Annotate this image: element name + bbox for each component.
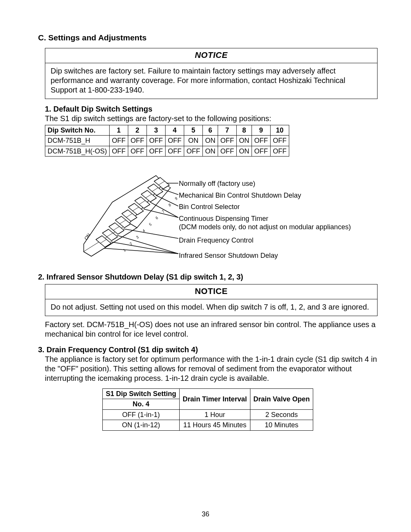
callout-infrared-delay: Infrared Sensor Shutdown Delay (179, 251, 351, 260)
dip-cell: OFF (110, 136, 128, 146)
notice-body-1: Dip switches are factory set. Failure to… (45, 63, 377, 99)
table-row: DCM-751B_H OFF OFF OFF OFF ON ON OFF ON … (45, 136, 289, 146)
callout-cont-dispense-note: (DCM models only, do not adjust on modul… (179, 223, 351, 232)
dip-col-2: 2 (128, 125, 147, 136)
dip-cell: OFF (110, 146, 128, 157)
drain-cell: ON (1-in-12) (103, 420, 180, 431)
subheading-drain-freq: 3. Drain Frequency Control (S1 dip switc… (38, 345, 378, 355)
drain-head-interval: Drain Timer Interval (180, 388, 250, 409)
callout-normally-off: Normally off (factory use) (179, 179, 351, 188)
dip-cell: OFF (147, 136, 166, 146)
dip-cell: OFF (166, 136, 184, 146)
dip-cell: OFF (252, 136, 271, 146)
drain-head-s1a: S1 Dip Switch Setting (103, 388, 180, 399)
dipswitch-icon: 1 2 3 4 5 6 7 8 9 10 ON (76, 168, 179, 267)
section-title: C. Settings and Adjustments (38, 33, 378, 43)
dip-cell: ON (203, 136, 218, 146)
dip-cell: OFF (128, 136, 147, 146)
subheading-infrared: 2. Infrared Sensor Shutdown Delay (S1 di… (38, 272, 378, 282)
notice-box-1: NOTICE Dip switches are factory set. Fai… (45, 48, 378, 99)
svg-text:9: 9 (174, 196, 178, 201)
drain-cell: 11 Hours 45 Minutes (180, 420, 250, 431)
table-row: OFF (1-in-1) 1 Hour 2 Seconds (103, 409, 313, 420)
drain-cell: OFF (1-in-1) (103, 409, 180, 420)
drain-cell: 10 Minutes (250, 420, 313, 431)
dip-table-header-label: Dip Switch No. (45, 125, 110, 136)
table-row: DCM-751B_H(-OS) OFF OFF OFF OFF OFF ON O… (45, 146, 289, 157)
notice-body-2: Do not adjust. Setting not used on this … (45, 299, 377, 316)
table-row: ON (1-in-12) 11 Hours 45 Minutes 10 Minu… (103, 420, 313, 431)
svg-text:6: 6 (155, 216, 159, 220)
infrared-factory-text: Factory set. DCM-751B_H(-OS) does not us… (45, 320, 378, 339)
dip-cell: OFF (147, 146, 166, 157)
callout-mech-bin-delay: Mechanical Bin Control Shutdown Delay (179, 191, 351, 200)
dip-col-9: 9 (252, 125, 271, 136)
dip-col-3: 3 (147, 125, 166, 136)
dip-col-4: 4 (166, 125, 184, 136)
callout-cont-dispense: Continuous Dispensing Timer (179, 214, 351, 223)
dip-cell: OFF (252, 146, 271, 157)
dip-col-5: 5 (184, 125, 203, 136)
subheading-default-dip: 1. Default Dip Switch Settings (45, 104, 378, 114)
dip-cell: OFF (271, 136, 289, 146)
drain-cell: 2 Seconds (250, 409, 313, 420)
dip-switch-table: Dip Switch No. 1 2 3 4 5 6 7 8 9 10 DCM-… (45, 125, 289, 157)
notice-header-1: NOTICE (45, 48, 377, 63)
callout-drain-freq: Drain Frequency Control (179, 236, 351, 245)
dip-col-6: 6 (203, 125, 218, 136)
svg-line-13 (150, 202, 178, 217)
default-dip-intro: The S1 dip switch settings are factory-s… (45, 114, 378, 123)
svg-text:3: 3 (135, 235, 140, 240)
svg-line-18 (104, 248, 178, 254)
dipswitch-illustration: 1 2 3 4 5 6 7 8 9 10 ON (76, 168, 378, 267)
drain-head-s1b: No. 4 (103, 399, 180, 410)
dip-col-1: 1 (110, 125, 128, 136)
drain-head-valve: Drain Valve Open (250, 388, 313, 409)
dip-cell: ON (237, 146, 252, 157)
callout-bin-selector: Bin Control Selector (179, 203, 351, 211)
dip-col-7: 7 (218, 125, 237, 136)
drain-freq-body: The appliance is factory set for optimum… (45, 355, 378, 383)
dip-cell: OFF (271, 146, 289, 157)
dip-row-model: DCM-751B_H(-OS) (45, 146, 110, 157)
notice-box-2: NOTICE Do not adjust. Setting not used o… (45, 284, 378, 316)
dip-cell: OFF (166, 146, 184, 157)
dip-row-model: DCM-751B_H (45, 136, 110, 146)
dip-cell: ON (203, 146, 218, 157)
notice-header-2: NOTICE (45, 284, 377, 299)
svg-text:7: 7 (161, 209, 166, 214)
svg-text:8: 8 (167, 203, 172, 207)
drain-cell: 1 Hour (180, 409, 250, 420)
dip-cell: OFF (184, 146, 203, 157)
dip-col-8: 8 (237, 125, 252, 136)
dip-cell: ON (184, 136, 203, 146)
dip-cell: ON (237, 136, 252, 146)
page-number: 36 (0, 510, 411, 519)
dip-cell: OFF (128, 146, 147, 157)
svg-text:5: 5 (148, 222, 153, 227)
svg-line-15 (124, 229, 178, 238)
dip-cell: OFF (218, 146, 237, 157)
dip-col-10: 10 (271, 125, 289, 136)
dip-cell: OFF (218, 136, 237, 146)
svg-text:1: 1 (122, 248, 127, 252)
drain-frequency-table: S1 Dip Switch Setting Drain Timer Interv… (102, 388, 313, 431)
